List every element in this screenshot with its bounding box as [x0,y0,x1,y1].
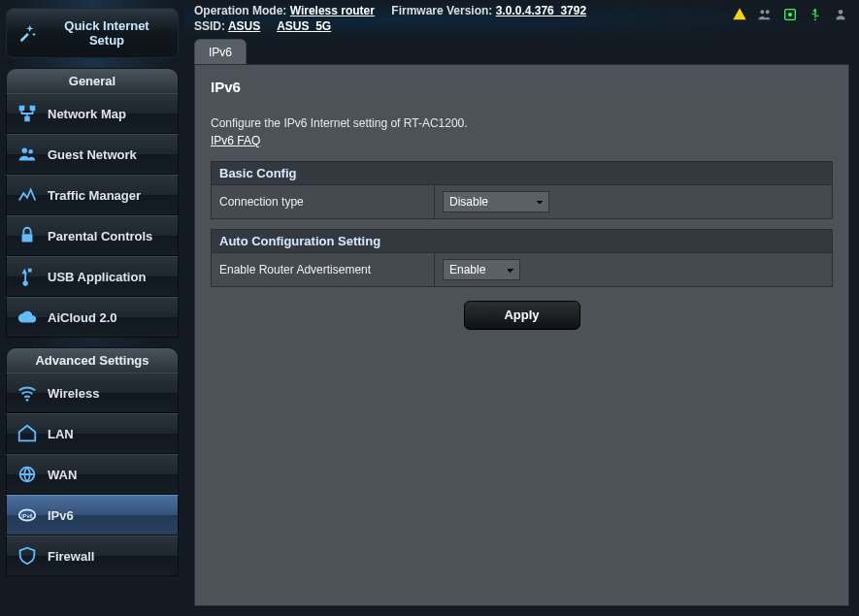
advanced-section-header: Advanced Settings [6,347,179,373]
usb-status-icon[interactable] [807,6,824,23]
sidebar-item-network-map[interactable]: Network Map [6,93,179,134]
content-wrap: IPv6 Configure the IPv6 Internet setting… [184,64,859,616]
router-advert-select[interactable]: Enable [443,259,520,280]
user-status-icon[interactable] [832,6,849,23]
tab-bar: IPv6 [184,39,859,64]
ipv6-faq-link[interactable]: IPv6 FAQ [211,134,260,147]
tab-ipv6[interactable]: IPv6 [194,39,247,64]
usb-application-icon [17,266,38,287]
auto-config-header: Auto Configuration Setting [212,230,833,253]
sidebar-item-ipv6[interactable]: IPv6 IPv6 [6,495,179,535]
page-title: IPv6 [211,79,833,95]
traffic-manager-icon [17,184,38,206]
basic-config-table: Basic Config Connection type Disable [211,161,833,219]
auto-config-table: Auto Configuration Setting Enable Router… [211,229,833,287]
sidebar-item-parental-controls[interactable]: Parental Controls [6,215,179,256]
basic-config-header: Basic Config [212,162,833,185]
guest-network-icon [17,144,38,165]
svg-point-6 [26,399,29,402]
fw-value[interactable]: 3.0.0.4.376_3792 [496,4,586,17]
wan-icon [17,464,38,485]
svg-rect-0 [19,106,25,112]
svg-point-12 [839,10,843,15]
lan-icon [17,423,38,444]
sidebar-item-aicloud[interactable]: AiCloud 2.0 [6,297,179,338]
svg-point-4 [28,149,33,154]
sidebar-item-usb-application[interactable]: USB Application [6,256,179,297]
sidebar-item-wan[interactable]: WAN [6,454,179,495]
alert-icon[interactable] [731,6,748,23]
sidebar-item-lan[interactable]: LAN [6,413,179,454]
sidebar-item-firewall[interactable]: Firewall [6,535,179,576]
left-sidebar: Quick Internet Setup General Network Map… [0,0,184,616]
sidebar-item-traffic-manager[interactable]: Traffic Manager [6,175,179,215]
clients-icon[interactable] [756,6,774,23]
ssid-2[interactable]: ASUS_5G [277,19,331,33]
op-mode-value[interactable]: Wireless router [290,4,375,17]
advanced-nav-list: Wireless LAN WAN IPv6 IPv6 Firewall [6,373,179,576]
connection-type-label: Connection type [212,185,435,219]
main-area: Operation Mode: Wireless router Firmware… [184,0,859,616]
svg-rect-2 [24,116,30,122]
router-admin-app: Quick Internet Setup General Network Map… [0,0,859,616]
general-nav-list: Network Map Guest Network Traffic Manage… [6,93,179,338]
firewall-icon [17,545,38,567]
network-map-icon [17,103,38,124]
ipv6-icon: IPv6 [17,504,38,526]
svg-rect-1 [30,106,36,112]
magic-wand-icon [17,22,38,44]
ssid-1[interactable]: ASUS [228,19,260,33]
aicloud-icon [17,307,38,328]
fw-label: Firmware Version: [391,4,492,17]
parental-controls-icon [17,225,38,246]
svg-text:IPv6: IPv6 [21,513,32,519]
router-advert-label: Enable Router Advertisement [212,253,435,287]
header-bar: Operation Mode: Wireless router Firmware… [184,0,859,39]
wireless-icon [17,382,38,404]
quick-internet-setup-button[interactable]: Quick Internet Setup [6,8,179,58]
internet-status-icon[interactable] [781,6,799,23]
svg-rect-5 [22,234,33,242]
svg-point-11 [788,13,792,16]
svg-point-3 [22,148,28,154]
ssid-label: SSID: [194,19,225,33]
sidebar-item-guest-network[interactable]: Guest Network [6,134,179,175]
sidebar-item-wireless[interactable]: Wireless [6,373,179,413]
apply-button[interactable]: Apply [464,301,580,330]
general-section-header: General [6,68,179,93]
op-mode-label: Operation Mode: [194,4,286,17]
connection-type-select[interactable]: Disable [443,191,549,212]
page-description: Configure the IPv6 Internet setting of R… [211,116,833,130]
status-icons [731,6,849,23]
settings-panel: IPv6 Configure the IPv6 Internet setting… [194,64,849,606]
qis-label: Quick Internet Setup [46,18,168,48]
